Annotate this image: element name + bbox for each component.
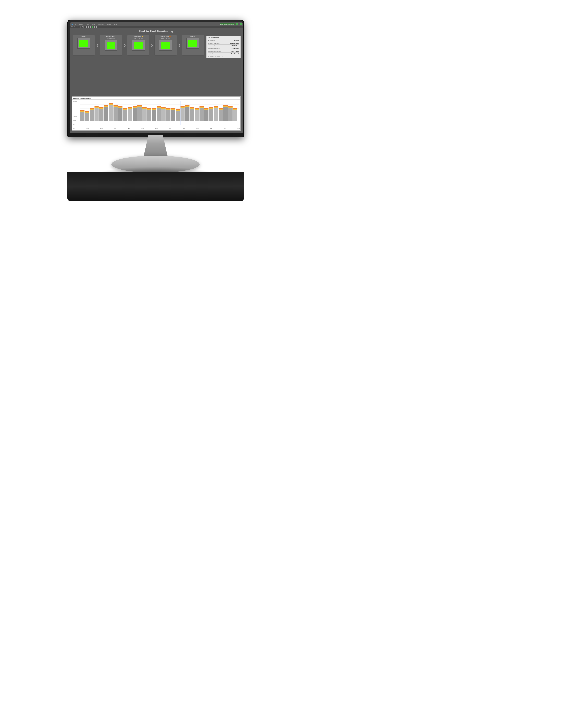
svg-rect-17 (95, 106, 99, 107)
svg-rect-25 (109, 105, 113, 121)
svg-rect-84 (200, 107, 204, 108)
step-login-dialog[interactable]: Login dialog 11722.0 ms (127, 35, 150, 56)
svg-rect-43 (137, 107, 142, 121)
toolbar-icon-2[interactable] (88, 26, 89, 28)
svg-rect-83 (200, 108, 204, 121)
nav-back-button[interactable]: ◀ (71, 23, 73, 25)
info-value-response: 18809,71 ms (231, 45, 240, 47)
info-divider-2 (207, 44, 240, 45)
info-label-response-min: Response time (MIN) (207, 48, 220, 49)
svg-rect-92 (214, 108, 218, 121)
toolbar-icon-6[interactable] (96, 26, 97, 28)
info-row-response: Response time 18809,71 ms (207, 45, 240, 47)
svg-rect-82 (195, 108, 199, 109)
service-status-dot (169, 36, 171, 37)
monitor-stand-neck (143, 135, 168, 157)
svg-rect-62 (166, 109, 170, 110)
step-screen-start (77, 38, 90, 48)
svg-rect-102 (228, 107, 232, 108)
y-label-30k: 30.000ms (73, 101, 77, 102)
svg-rect-20 (99, 107, 104, 108)
screen-green-service (161, 42, 170, 49)
info-label-downtime: Permitted downtime (207, 42, 220, 44)
svg-rect-61 (166, 110, 170, 121)
menu-bar: ◀ ▶ Object View Tools Favorites Links He… (70, 22, 243, 26)
step-end-e2e[interactable]: End E2E (182, 35, 204, 56)
svg-rect-89 (209, 109, 213, 121)
chart-y-axis: 0ms 5.000ms 10.000ms 15.000ms 20.000ms 2… (73, 101, 77, 125)
login-status-dot (142, 36, 143, 37)
svg-rect-106 (233, 108, 237, 109)
address-bar: 201 - Services (E&E) (70, 26, 243, 28)
info-label-response: Response time (207, 45, 217, 47)
svg-rect-81 (195, 109, 199, 110)
toolbar-icon-4[interactable] (92, 26, 93, 28)
x-label-1420: 14:20 (155, 128, 158, 129)
menu-links[interactable]: Links (107, 23, 111, 25)
svg-rect-9 (85, 113, 89, 121)
svg-rect-68 (176, 110, 180, 111)
svg-rect-6 (80, 111, 84, 121)
info-row-service-level: Service level 100,00 % (207, 40, 240, 41)
step-title-service: Service page (160, 36, 171, 37)
svg-rect-23 (104, 105, 108, 106)
breadcrumb: 201 - Services (E&E) (71, 26, 84, 28)
svg-rect-32 (118, 107, 122, 108)
svg-rect-15 (95, 108, 99, 121)
svg-rect-59 (161, 108, 166, 109)
step-start-e2e[interactable]: Start E2E (72, 35, 95, 56)
step-title-start-e2e: Start E2E (81, 36, 87, 37)
svg-rect-19 (99, 108, 104, 109)
x-label-1350: 13:50 (114, 128, 116, 129)
svg-rect-88 (204, 108, 208, 109)
step-screen-end (186, 38, 199, 48)
info-panel-title: E2E Information (207, 37, 240, 39)
step-service-page[interactable]: Service page 8194.0 ms (154, 35, 177, 56)
nav-forward-button[interactable]: ▶ (74, 23, 76, 25)
screen-green-end (188, 40, 197, 47)
svg-rect-28 (114, 107, 118, 121)
info-divider-3 (207, 47, 240, 47)
toolbar-icon-5[interactable] (94, 26, 95, 28)
svg-rect-80 (195, 110, 199, 121)
step-title-browser: Browser start (106, 36, 116, 37)
svg-rect-40 (133, 108, 137, 121)
svg-rect-77 (190, 109, 194, 121)
svg-rect-16 (95, 107, 99, 108)
x-label-1520: 15:20 (238, 128, 240, 129)
menu-view[interactable]: View (85, 23, 90, 25)
menu-help[interactable]: Help (113, 23, 117, 25)
svg-rect-67 (176, 111, 180, 121)
y-label-5k: 5.000ms (73, 120, 77, 121)
browser-status-dot (115, 36, 116, 37)
toolbar-icon-1[interactable] (86, 26, 88, 28)
x-label-1400: 14:00 (128, 128, 130, 129)
svg-rect-41 (133, 107, 137, 108)
svg-rect-94 (214, 106, 218, 107)
svg-rect-71 (181, 107, 185, 108)
browser-eye-icon[interactable] (113, 38, 115, 39)
svg-rect-76 (185, 105, 189, 106)
svg-rect-55 (157, 108, 161, 121)
status-green-1 (236, 23, 238, 25)
svg-rect-39 (128, 107, 132, 108)
arrow-3: ❯ (151, 43, 153, 47)
menu-favorites[interactable]: Favorites (97, 23, 105, 25)
svg-rect-90 (209, 108, 213, 109)
svg-rect-75 (185, 106, 189, 107)
menu-tools[interactable]: Tools (91, 23, 96, 25)
e2e-flow: Start E2E ❯ Browser start (72, 34, 204, 56)
login-eye-icon[interactable] (141, 38, 143, 39)
svg-rect-60 (161, 107, 166, 108)
svg-rect-52 (152, 110, 156, 121)
toolbar-icon-3[interactable] (90, 26, 91, 28)
step-browser-start[interactable]: Browser start 2327.0 ms (100, 35, 122, 56)
y-label-15k: 15.000ms (73, 112, 77, 113)
y-label-25k: 25.000ms (73, 104, 77, 106)
svg-rect-42 (133, 106, 137, 107)
info-value-service-time: 31d 0h 0m 0s (231, 53, 240, 55)
svg-rect-33 (118, 106, 122, 107)
svg-rect-44 (137, 106, 142, 107)
service-eye-icon[interactable] (168, 38, 170, 39)
menu-object[interactable]: Object (78, 23, 84, 25)
